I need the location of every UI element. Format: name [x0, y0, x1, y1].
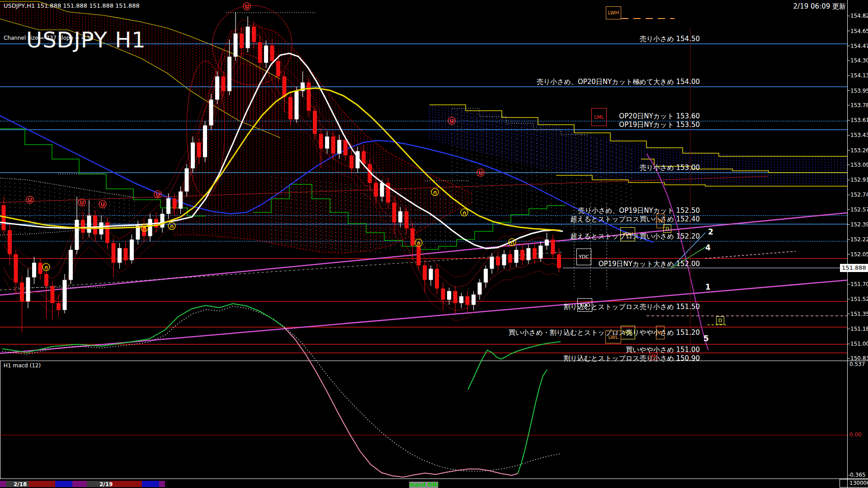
annotation-label-5: 売り小さめ、OP19日NYカット 152.50	[578, 206, 700, 215]
signal-marker-∩-8: ∩	[141, 224, 148, 231]
timeline-date-label: 2/19	[99, 481, 113, 488]
level-box-ydh-4[interactable]: YDH	[620, 227, 635, 241]
price-axis-label: 152.740	[850, 192, 868, 198]
level-box-d-11[interactable]: D	[716, 316, 724, 324]
price-axis-label: 152.050	[850, 251, 868, 258]
pink-dash-seg	[705, 251, 796, 258]
svg-text:∩: ∩	[142, 225, 147, 231]
signal-marker-U-2: U	[78, 199, 85, 206]
svg-text:U: U	[100, 202, 105, 208]
macd-main-down	[284, 327, 518, 477]
level-box-ydc-5[interactable]: YDC	[576, 249, 591, 265]
annotation-label-1: 売り小さめ、OP20日NYカット極めて大きめ 154.00	[537, 78, 700, 86]
annotation-label-2: OP20日NYカット 153.60	[619, 112, 700, 121]
price-axis-label: 154.305	[850, 57, 868, 64]
symbol-watermark: USDJPY H1	[26, 27, 146, 52]
signal-marker-∩-13: ∩	[509, 239, 516, 246]
price-axis-label: 151.005	[850, 341, 868, 347]
macd-toggle-button[interactable]: macd ON!	[409, 482, 438, 488]
price-axis-label: 151.180	[850, 326, 868, 332]
price-axis-label: 152.915	[850, 177, 868, 183]
annotation-label-12: 割り込むとストップロス売り小さめ 150.90	[564, 354, 700, 363]
white-dotted-steps	[452, 108, 588, 135]
svg-text:∩: ∩	[416, 240, 421, 246]
red-channel	[0, 176, 769, 202]
signal-marker-U-5: U	[448, 117, 455, 124]
chart-canvas[interactable]: UUUUUUU∩∩∩∩∩∩∩	[0, 0, 868, 488]
svg-text:U: U	[245, 4, 249, 10]
price-axis-label: 153.260	[850, 147, 868, 154]
svg-text:∩: ∩	[170, 223, 174, 230]
price-axis-label: 153.435	[850, 132, 868, 138]
svg-text:U: U	[28, 197, 32, 203]
macd-scale-low: -0.365	[848, 472, 866, 478]
level-box-ydl-7[interactable]: YDL	[621, 326, 635, 339]
annotation-label-6: 超えるとストップロス買い小さめ 152.40	[571, 215, 700, 224]
cloud-center	[174, 25, 472, 253]
price-axis-label: 154.475	[850, 43, 868, 49]
timeline-date-label: 2/18	[14, 481, 27, 488]
price-axis-label: 154.130	[850, 72, 868, 79]
level-box-w-9[interactable]: W	[656, 326, 665, 339]
annotation-label-0: 売り小さめ 154.50	[640, 35, 700, 43]
signal-marker-∩-11: ∩	[431, 188, 439, 196]
level-box-lml-1[interactable]: LML	[591, 108, 607, 126]
price-axis-label: 154.825	[850, 13, 868, 19]
blue-ma	[0, 116, 653, 242]
signal-marker-∩-7: ∩	[42, 263, 50, 271]
svg-text:∩: ∩	[433, 189, 437, 196]
svg-text:∩: ∩	[462, 210, 467, 216]
level-box-lwh-0[interactable]: LWH	[606, 6, 621, 19]
price-axis-label: 152.395	[850, 221, 868, 228]
signal-marker-U-1: U	[26, 196, 33, 203]
magenta-parabola	[646, 154, 708, 350]
green-hilo-center	[253, 184, 565, 249]
svg-text:U: U	[478, 170, 483, 176]
macd-scale-box: 130000	[840, 479, 868, 488]
macd-indicator-label: H1 macd (12)	[4, 362, 41, 369]
trading-terminal: UUUUUUU∩∩∩∩∩∩∩ USDJPY,H1 151.888 151.888…	[0, 0, 868, 488]
level-box-ydo-6[interactable]: YDO	[577, 298, 592, 312]
level-box-d-3[interactable]: D	[663, 225, 671, 233]
signal-marker-∩-12: ∩	[461, 209, 468, 216]
svg-text:U: U	[449, 118, 454, 124]
macd-scale-zero: 0.00	[849, 432, 862, 438]
yellow-ma	[0, 88, 561, 230]
price-axis-label: 153.785	[850, 102, 868, 108]
macd-main-up2	[518, 370, 547, 474]
annotation-label-8: OP19日NYカット大きめ 152.00	[599, 260, 700, 268]
wave-label-1: 1	[705, 282, 711, 291]
annotation-label-10: 買い小さめ・割り込むとストップロス売りやや小さめ 151.20	[509, 328, 700, 337]
macd-scale-high: 0.537	[849, 361, 865, 367]
wave-label-2: 2	[708, 227, 713, 236]
svg-text:∩: ∩	[510, 239, 514, 246]
price-axis-label: 151.700	[850, 281, 868, 287]
level-box-m-10[interactable]: M	[650, 352, 657, 360]
price-axis-label: 151.525	[850, 296, 868, 302]
svg-text:U: U	[156, 192, 160, 198]
price-axis-label: 153.610	[850, 117, 868, 123]
annotation-label-4: 売り小さめ 153.00	[640, 164, 700, 172]
price-axis-label: 153.090	[850, 162, 868, 168]
price-axis-label: 152.570	[850, 206, 868, 213]
svg-text:U: U	[80, 200, 84, 206]
level-box-lwl-8[interactable]: LWL	[605, 331, 621, 343]
macd-main-up1	[2, 304, 284, 352]
signal-marker-U-0: U	[243, 3, 250, 10]
macd-recovery	[468, 342, 561, 389]
price-axis-label: 151.355	[850, 311, 868, 317]
price-axis-label: 152.220	[850, 236, 868, 243]
update-timestamp: 2/19 06:09 更新	[793, 2, 846, 11]
wave-label-5: 5	[703, 334, 709, 343]
price-axis-label: 150.835	[850, 355, 868, 361]
annotation-label-3: OP19日NYカット 153.50	[619, 121, 700, 129]
current-price-tag: 151.888	[840, 264, 868, 272]
signal-marker-U-3: U	[99, 201, 106, 208]
price-axis-label: 154.650	[850, 28, 868, 34]
macd-signal	[2, 306, 561, 471]
price-axis-label: 153.955	[850, 88, 868, 94]
wave-label-4: 4	[705, 243, 711, 252]
signal-marker-∩-10: ∩	[415, 239, 422, 246]
svg-text:∩: ∩	[44, 264, 48, 271]
quote-line: USDJPY,H1 151.888 151.888 151.888 151.88…	[4, 2, 140, 9]
